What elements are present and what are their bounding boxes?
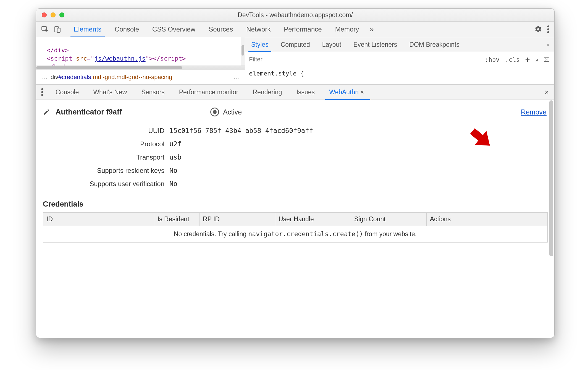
prop-row: Supports user verificationNo: [43, 177, 548, 191]
drawer-tab-console[interactable]: Console: [48, 85, 86, 100]
drawer-tab-issues[interactable]: Issues: [289, 85, 322, 100]
edit-icon[interactable]: [43, 108, 50, 116]
hov-toggle[interactable]: :hov: [485, 56, 500, 63]
tab-memory[interactable]: Memory: [329, 22, 366, 37]
annotation-arrow-icon: [464, 122, 495, 152]
tab-label: Elements: [74, 25, 101, 33]
dom-eq: =": [87, 55, 95, 62]
tab-close-icon[interactable]: ×: [360, 88, 366, 96]
tab-label: Performance monitor: [179, 88, 238, 96]
styles-filter-input[interactable]: [245, 52, 481, 67]
col-actions[interactable]: Actions: [426, 213, 547, 226]
device-toolbar-icon[interactable]: [54, 26, 61, 33]
drawer-tab-webauthn[interactable]: WebAuthn ×: [322, 85, 374, 100]
empty-code: navigator.credentials.create(): [248, 230, 363, 238]
col-id[interactable]: ID: [43, 213, 154, 226]
tabs-overflow-button[interactable]: »: [366, 22, 378, 37]
prop-label: Supports user verification: [43, 177, 164, 191]
tab-console[interactable]: Console: [108, 22, 146, 37]
styles-tab-strip: Styles Computed Layout Event Listeners D…: [245, 37, 554, 52]
tab-label: Performance: [284, 25, 322, 33]
svg-point-9: [41, 94, 43, 96]
tab-network[interactable]: Network: [240, 22, 277, 37]
overflow-glyph: »: [369, 25, 374, 34]
tab-dom-breakpoints[interactable]: DOM Breakpoints: [403, 37, 466, 52]
dom-close: "></script>: [146, 55, 186, 62]
new-style-rule-button[interactable]: +: [525, 55, 530, 64]
prop-value: 15c01f56-785f-43b4-ab58-4facd60f9aff: [169, 124, 313, 137]
tab-label: Sources: [209, 25, 233, 33]
radio-icon: [210, 108, 219, 116]
tab-label: Sensors: [141, 88, 164, 96]
breadcrumb[interactable]: … div#credentials.mdl-grid.mdl-grid--no-…: [36, 70, 245, 84]
cls-toggle[interactable]: .cls: [505, 56, 520, 63]
prop-row: Transportusb: [43, 151, 548, 164]
gear-icon[interactable]: [534, 25, 542, 33]
drawer-tab-rendering[interactable]: Rendering: [246, 85, 289, 100]
main-tab-strip: Elements Console CSS Overview Sources Ne…: [36, 22, 554, 37]
tab-performance[interactable]: Performance: [277, 22, 328, 37]
credentials-table: ID Is Resident RP ID User Handle Sign Co…: [43, 212, 548, 243]
drawer-tab-sensors[interactable]: Sensors: [134, 85, 172, 100]
kebab-menu-icon[interactable]: [547, 25, 549, 33]
crumb-id: #credentials: [58, 74, 91, 80]
tab-computed[interactable]: Computed: [275, 37, 316, 52]
prop-value: No: [169, 177, 177, 191]
tab-label: Computed: [281, 41, 310, 48]
styles-rule: element.style {: [249, 70, 304, 77]
breadcrumb-overflow-right[interactable]: …: [230, 74, 242, 81]
tab-label: Network: [246, 25, 271, 33]
breadcrumb-node[interactable]: div#credentials.mdl-grid.mdl-grid--no-sp…: [51, 74, 172, 81]
tab-elements[interactable]: Elements: [67, 22, 108, 37]
dom-line: </div>: [47, 47, 69, 54]
table-row: No credentials. Try calling navigator.cr…: [43, 226, 548, 243]
dom-vertical-scrollbar[interactable]: [241, 37, 245, 66]
tab-label: What's New: [93, 88, 127, 96]
empty-suffix: from your website.: [363, 230, 417, 238]
tab-label: CSS Overview: [152, 25, 195, 33]
dom-horizontal-scrollbar[interactable]: [36, 66, 245, 70]
svg-point-5: [547, 31, 549, 33]
col-is-resident[interactable]: Is Resident: [154, 213, 199, 226]
tab-label: Memory: [335, 25, 359, 33]
table-header-row: ID Is Resident RP ID User Handle Sign Co…: [43, 213, 548, 226]
authenticator-title: Authenticator f9aff: [56, 108, 122, 116]
svg-point-4: [547, 28, 549, 30]
tab-event-listeners[interactable]: Event Listeners: [347, 37, 403, 52]
prop-label: Protocol: [43, 137, 164, 151]
inspect-element-icon[interactable]: [41, 25, 49, 33]
elements-pane: </div> <script src="js/webauthn.js"></sc…: [36, 37, 245, 84]
remove-authenticator-link[interactable]: Remove: [521, 108, 547, 116]
prop-label: Transport: [43, 151, 164, 164]
prop-row: Supports resident keysNo: [43, 164, 548, 177]
breadcrumb-overflow-left[interactable]: …: [39, 74, 51, 81]
tab-layout[interactable]: Layout: [316, 37, 347, 52]
prop-label: UUID: [43, 124, 164, 137]
crumb-tag: div: [51, 74, 58, 80]
styles-tabs-overflow[interactable]: »: [542, 37, 554, 52]
drawer-menu-icon[interactable]: [36, 85, 48, 100]
col-sign-count[interactable]: Sign Count: [351, 213, 426, 226]
dom-line: <script: [47, 55, 76, 62]
tab-sources[interactable]: Sources: [202, 22, 240, 37]
svg-point-3: [547, 25, 549, 27]
tab-styles[interactable]: Styles: [245, 37, 275, 52]
overflow-glyph: »: [547, 42, 549, 47]
drawer-tab-whatsnew[interactable]: What's New: [86, 85, 134, 100]
drawer-vertical-scrollbar[interactable]: [549, 100, 553, 337]
dom-tree[interactable]: </div> <script src="js/webauthn.js"></sc…: [36, 37, 245, 70]
svg-point-8: [41, 91, 43, 93]
drawer-close-icon[interactable]: ×: [539, 85, 554, 100]
active-label: Active: [223, 108, 242, 116]
dom-attr: src: [76, 55, 87, 62]
tab-label: Styles: [251, 41, 269, 48]
col-rp-id[interactable]: RP ID: [200, 213, 275, 226]
svg-rect-6: [544, 57, 549, 62]
authenticator-active-radio[interactable]: Active: [210, 108, 242, 116]
tab-css-overview[interactable]: CSS Overview: [146, 22, 202, 37]
drawer-tab-perfmon[interactable]: Performance monitor: [172, 85, 246, 100]
col-user-handle[interactable]: User Handle: [275, 213, 351, 226]
toggle-sidebar-icon[interactable]: [543, 56, 550, 63]
tab-label: Rendering: [253, 88, 282, 96]
styles-body[interactable]: element.style {: [245, 67, 554, 80]
